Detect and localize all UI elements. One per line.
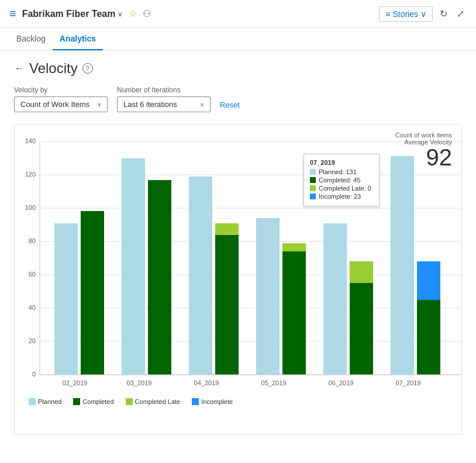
stories-icon: ≡ xyxy=(385,9,390,19)
bar-04-planned xyxy=(189,177,212,375)
bar-02-completed xyxy=(81,211,104,375)
svg-text:40: 40 xyxy=(29,304,36,311)
team-chevron-icon[interactable]: ∨ xyxy=(118,10,123,18)
expand-button[interactable]: ⤢ xyxy=(454,6,467,22)
tooltip-completed-swatch xyxy=(310,177,316,183)
legend-completed-label: Completed xyxy=(82,398,113,405)
legend-completed-late-label: Completed Late xyxy=(135,398,181,405)
svg-text:0: 0 xyxy=(32,371,36,378)
iterations-dropdown[interactable]: Last 6 iterations ∨ xyxy=(117,96,211,112)
legend-planned-label: Planned xyxy=(38,398,61,405)
svg-text:04_2019: 04_2019 xyxy=(194,379,219,386)
tooltip-planned-label: Planned: 131 xyxy=(319,168,357,175)
velocity-by-label: Velocity by xyxy=(14,86,108,94)
bar-06-completed-late xyxy=(350,261,373,283)
chart-svg-wrapper: 0 20 40 60 80 100 120 140 xyxy=(19,134,457,393)
iterations-group: Number of Iterations Last 6 iterations ∨ xyxy=(117,86,211,112)
bar-03-planned xyxy=(122,158,145,375)
legend-planned: Planned xyxy=(29,398,61,405)
svg-text:05_2019: 05_2019 xyxy=(261,379,287,386)
tooltip-title: 07_2019 xyxy=(310,159,373,166)
header-right-actions: ≡ Stories ∨ ↻ ⤢ xyxy=(379,6,467,22)
tooltip-row-completed-late: Completed Late: 0 xyxy=(310,185,373,192)
tooltip-completed-late-label: Completed Late: 0 xyxy=(319,185,371,192)
back-button[interactable]: ← xyxy=(14,63,25,75)
velocity-by-group: Velocity by Count of Work Items ∨ xyxy=(14,86,108,112)
svg-text:20: 20 xyxy=(29,337,36,344)
bar-07-completed xyxy=(417,300,440,375)
title-row: ← Velocity ? xyxy=(14,60,462,77)
tooltip-completed-late-swatch xyxy=(310,185,316,191)
velocity-by-dropdown[interactable]: Count of Work Items ∨ xyxy=(14,96,108,112)
tooltip-row-incomplete: Incomplete: 23 xyxy=(310,193,373,200)
stories-chevron-icon: ∨ xyxy=(420,9,426,19)
iterations-label: Number of Iterations xyxy=(117,86,211,94)
svg-text:03_2019: 03_2019 xyxy=(127,379,152,386)
nav-tabs: Backlog Analytics xyxy=(0,28,476,51)
bar-07-planned xyxy=(391,156,414,375)
stories-dropdown[interactable]: ≡ Stories ∨ xyxy=(379,6,433,22)
velocity-by-chevron-icon: ∨ xyxy=(97,101,101,108)
svg-text:06_2019: 06_2019 xyxy=(329,379,354,386)
svg-text:140: 140 xyxy=(25,137,36,144)
tooltip-row-planned: Planned: 131 xyxy=(310,168,373,175)
bar-06-completed xyxy=(350,283,373,375)
svg-text:07_2019: 07_2019 xyxy=(396,379,421,386)
svg-text:02_2019: 02_2019 xyxy=(63,379,88,386)
app-icon: ≡ xyxy=(9,7,16,20)
tab-analytics[interactable]: Analytics xyxy=(53,28,103,50)
help-icon[interactable]: ? xyxy=(82,63,93,74)
bar-05-completed-late xyxy=(282,243,306,251)
svg-text:60: 60 xyxy=(29,271,36,278)
tooltip-planned-swatch xyxy=(310,169,316,175)
legend-incomplete-swatch xyxy=(192,398,199,405)
velocity-chart: 0 20 40 60 80 100 120 140 xyxy=(19,134,464,391)
legend-completed-late-swatch xyxy=(126,398,133,405)
page-title: Velocity xyxy=(29,60,78,77)
svg-text:100: 100 xyxy=(25,204,36,211)
legend-completed-late: Completed Late xyxy=(126,398,181,405)
velocity-by-value: Count of Work Items xyxy=(20,100,89,109)
refresh-button[interactable]: ↻ xyxy=(437,6,450,22)
filters-row: Velocity by Count of Work Items ∨ Number… xyxy=(14,86,462,112)
legend-incomplete: Incomplete xyxy=(192,398,233,405)
svg-text:120: 120 xyxy=(25,171,36,178)
bar-05-completed xyxy=(282,251,306,375)
tooltip-incomplete-label: Incomplete: 23 xyxy=(319,193,361,200)
tab-backlog[interactable]: Backlog xyxy=(9,28,53,50)
chart-container: Count of work items Average Velocity 92 … xyxy=(14,124,462,435)
legend-incomplete-label: Incomplete xyxy=(201,398,233,405)
svg-text:80: 80 xyxy=(29,237,36,244)
bar-04-completed-late xyxy=(215,223,239,235)
bar-04-completed xyxy=(215,235,239,375)
tooltip-row-completed: Completed: 45 xyxy=(310,177,373,184)
bar-06-planned xyxy=(323,223,347,375)
chart-legend: Planned Completed Completed Late Incompl… xyxy=(19,393,457,405)
stories-label: Stories xyxy=(392,9,418,19)
iterations-chevron-icon: ∨ xyxy=(200,101,204,108)
legend-completed-swatch xyxy=(73,398,80,405)
tooltip-incomplete-swatch xyxy=(310,194,316,199)
velocity-number: 92 xyxy=(426,144,453,170)
bar-05-planned xyxy=(256,218,280,375)
legend-planned-swatch xyxy=(29,398,36,405)
bar-03-completed xyxy=(148,180,171,375)
bar-07-incomplete xyxy=(417,261,440,300)
tooltip-completed-label: Completed: 45 xyxy=(319,177,361,184)
velocity-summary: Count of work items Average Velocity 92 xyxy=(395,132,452,169)
velocity-count-label: Count of work items xyxy=(395,132,452,139)
favorite-icon[interactable]: ☆ xyxy=(129,8,137,19)
legend-completed: Completed xyxy=(73,398,113,405)
reset-button[interactable]: Reset xyxy=(220,98,240,112)
header: ≡ Fabrikam Fiber Team ∨ ☆ ⚇ ≡ Stories ∨ … xyxy=(0,0,476,28)
page-content: ← Velocity ? Velocity by Count of Work I… xyxy=(0,51,476,444)
tooltip: 07_2019 Planned: 131 Completed: 45 Compl… xyxy=(303,154,380,206)
bar-02-planned xyxy=(54,223,78,375)
iterations-value: Last 6 iterations xyxy=(123,100,177,109)
people-icon[interactable]: ⚇ xyxy=(143,8,151,19)
team-name: Fabrikam Fiber Team xyxy=(22,9,116,19)
